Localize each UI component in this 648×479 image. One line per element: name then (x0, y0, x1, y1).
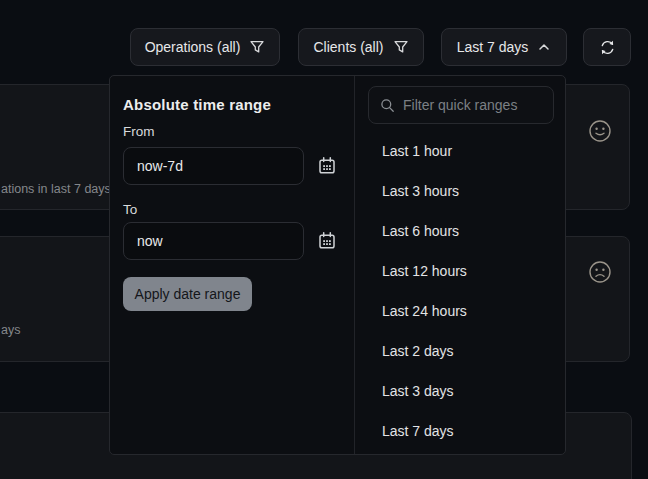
filter-funnel-icon (393, 39, 409, 55)
quick-range-last-3-days[interactable]: Last 3 days (355, 371, 566, 411)
filter-quick-ranges-input[interactable] (368, 86, 554, 124)
quick-range-last-12-hours[interactable]: Last 12 hours (355, 251, 566, 291)
chevron-up-icon (537, 40, 551, 54)
calendar-icon (317, 231, 337, 251)
filter-funnel-icon (249, 39, 265, 55)
card-subtitle: ations in last 7 days (1, 182, 111, 196)
clients-filter-label: Clients (all) (313, 39, 383, 55)
apply-date-range-button[interactable]: Apply date range (123, 277, 252, 311)
time-range-label: Last 7 days (457, 39, 529, 55)
to-label: To (123, 202, 137, 217)
to-calendar-button[interactable] (316, 231, 338, 253)
quick-range-last-2-days[interactable]: Last 2 days (355, 331, 566, 371)
operations-filter-button[interactable]: Operations (all) (130, 28, 280, 66)
from-label: From (123, 124, 155, 139)
absolute-range-title: Absolute time range (123, 96, 271, 113)
operations-filter-label: Operations (all) (145, 39, 241, 55)
quick-range-last-6-hours[interactable]: Last 6 hours (355, 211, 566, 251)
card-subtitle: ays (1, 323, 20, 337)
clients-filter-button[interactable]: Clients (all) (298, 28, 424, 66)
app-window: ations in last 7 days ays Operations (al… (0, 0, 648, 479)
to-input[interactable] (123, 222, 304, 260)
quick-range-last-3-hours[interactable]: Last 3 hours (355, 171, 566, 211)
smiley-face-icon (588, 119, 612, 143)
quick-ranges-list: Last 1 hour Last 3 hours Last 6 hours La… (355, 131, 566, 451)
quick-range-last-7-days[interactable]: Last 7 days (355, 411, 566, 451)
time-range-button[interactable]: Last 7 days (441, 28, 567, 66)
refresh-icon (599, 39, 616, 56)
refresh-button[interactable] (583, 28, 631, 66)
from-input[interactable] (123, 147, 304, 185)
quick-range-last-24-hours[interactable]: Last 24 hours (355, 291, 566, 331)
time-picker-dropdown: Absolute time range From To Apply dat (109, 75, 566, 455)
quick-range-last-1-hour[interactable]: Last 1 hour (355, 131, 566, 171)
from-calendar-button[interactable] (316, 156, 338, 178)
calendar-icon (317, 156, 337, 176)
frowny-face-icon (588, 260, 612, 284)
